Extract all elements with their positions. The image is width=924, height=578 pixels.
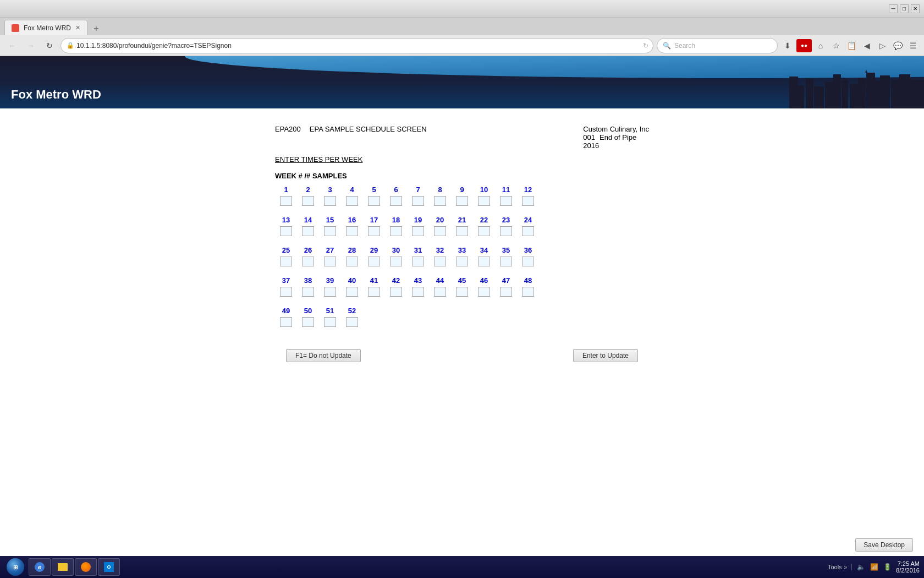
main-content: EPA200 EPA SAMPLE SCHEDULE SCREEN Custom… (0, 108, 924, 527)
tab-close-btn[interactable]: ✕ (75, 24, 80, 31)
week-input-8[interactable] (434, 196, 446, 206)
week-input-35[interactable] (500, 257, 512, 266)
week-input-15[interactable] (324, 226, 336, 236)
week-input-9[interactable] (456, 196, 468, 206)
week-input-6[interactable] (390, 196, 402, 206)
week-input-3[interactable] (324, 196, 336, 206)
location-code: 001 (583, 133, 595, 141)
week-input-31[interactable] (412, 257, 424, 266)
week-input-10[interactable] (478, 196, 490, 206)
minimize-btn[interactable]: ─ (889, 4, 898, 13)
week-cell-31: 31 (407, 246, 429, 266)
week-input-47[interactable] (500, 287, 512, 297)
week-input-24[interactable] (522, 226, 534, 236)
week-input-34[interactable] (478, 257, 490, 266)
week-cell-41: 41 (363, 276, 385, 297)
svg-rect-3 (858, 78, 866, 108)
app-title: Fox Metro WRD (11, 88, 101, 102)
bookmark-icon[interactable]: 📋 (845, 39, 858, 52)
week-input-37[interactable] (280, 287, 292, 297)
week-input-14[interactable] (302, 226, 314, 236)
svg-rect-1 (875, 81, 881, 108)
week-cell-4: 4 (341, 186, 363, 206)
week-input-40[interactable] (346, 287, 358, 297)
week-cell-27: 27 (319, 246, 341, 266)
svg-rect-10 (798, 85, 804, 108)
week-input-45[interactable] (456, 287, 468, 297)
no-update-btn[interactable]: F1= Do not Update (286, 349, 361, 362)
week-input-28[interactable] (346, 257, 358, 266)
refresh-btn[interactable]: ↻ (42, 38, 57, 53)
week-input-52[interactable] (346, 317, 358, 327)
week-cell-1: 1 (275, 186, 297, 206)
back-btn[interactable]: ← (4, 38, 20, 53)
svg-marker-14 (865, 70, 867, 73)
week-input-42[interactable] (390, 287, 402, 297)
week-input-32[interactable] (434, 257, 446, 266)
week-input-18[interactable] (390, 226, 402, 236)
close-btn[interactable]: ✕ (911, 4, 920, 13)
week-cell-14: 14 (297, 216, 319, 236)
browser-chrome: ─ □ ✕ Fox Metro WRD ✕ + ← → ↻ 🔒 10.1.1.5… (0, 0, 924, 56)
download-icon[interactable]: ⬇ (781, 39, 794, 52)
refresh-icon: ↻ (643, 42, 648, 50)
week-input-29[interactable] (368, 257, 380, 266)
week-input-44[interactable] (434, 287, 446, 297)
browser-tab[interactable]: Fox Metro WRD ✕ (4, 20, 87, 35)
address-bar[interactable]: 🔒 10.1.1.5:8080/profoundui/genie?macro=T… (61, 38, 653, 53)
star-icon[interactable]: ☆ (829, 39, 843, 52)
tab-label: Fox Metro WRD (24, 24, 71, 32)
week-input-22[interactable] (478, 226, 490, 236)
week-cell-34: 34 (473, 246, 495, 266)
week-input-7[interactable] (412, 196, 424, 206)
week-input-5[interactable] (368, 196, 380, 206)
week-input-1[interactable] (280, 196, 292, 206)
week-input-26[interactable] (302, 257, 314, 266)
week-input-21[interactable] (456, 226, 468, 236)
week-cell-9: 9 (451, 186, 473, 206)
week-cell-3: 3 (319, 186, 341, 206)
week-input-39[interactable] (324, 287, 336, 297)
week-input-38[interactable] (302, 287, 314, 297)
week-input-33[interactable] (456, 257, 468, 266)
week-input-17[interactable] (368, 226, 380, 236)
week-input-50[interactable] (302, 317, 314, 327)
week-cell-37: 37 (275, 276, 297, 297)
week-input-43[interactable] (412, 287, 424, 297)
restore-btn[interactable]: □ (900, 4, 909, 13)
update-btn[interactable]: Enter to Update (573, 349, 638, 362)
week-input-46[interactable] (478, 287, 490, 297)
week-input-41[interactable] (368, 287, 380, 297)
week-input-51[interactable] (324, 317, 336, 327)
week-input-27[interactable] (324, 257, 336, 266)
week-input-49[interactable] (280, 317, 292, 327)
search-bar[interactable]: 🔍 Search (657, 38, 778, 53)
new-tab-btn[interactable]: + (90, 22, 103, 35)
week-input-48[interactable] (522, 287, 534, 297)
week-input-12[interactable] (522, 196, 534, 206)
week-cell-28: 28 (341, 246, 363, 266)
forward-btn[interactable]: → (23, 38, 38, 53)
menu-icon[interactable]: ☰ (906, 39, 920, 52)
hamburger-menu[interactable]: ●● (796, 39, 812, 52)
week-cell-18: 18 (385, 216, 407, 236)
week-input-23[interactable] (500, 226, 512, 236)
week-input-25[interactable] (280, 257, 292, 266)
week-cell-50: 50 (297, 307, 319, 327)
week-input-19[interactable] (412, 226, 424, 236)
week-input-16[interactable] (346, 226, 358, 236)
week-input-11[interactable] (500, 196, 512, 206)
week-input-4[interactable] (346, 196, 358, 206)
chat-icon[interactable]: 💬 (891, 39, 904, 52)
app-header: Fox Metro WRD (0, 56, 924, 108)
week-input-13[interactable] (280, 226, 292, 236)
reader-icon[interactable]: ▷ (876, 39, 889, 52)
week-input-2[interactable] (302, 196, 314, 206)
pocket-icon[interactable]: ◀ (860, 39, 873, 52)
svg-rect-2 (866, 73, 875, 108)
home-icon[interactable]: ⌂ (814, 39, 827, 52)
week-input-20[interactable] (434, 226, 446, 236)
week-input-36[interactable] (522, 257, 534, 266)
week-input-30[interactable] (390, 257, 402, 266)
search-icon: 🔍 (663, 42, 671, 50)
